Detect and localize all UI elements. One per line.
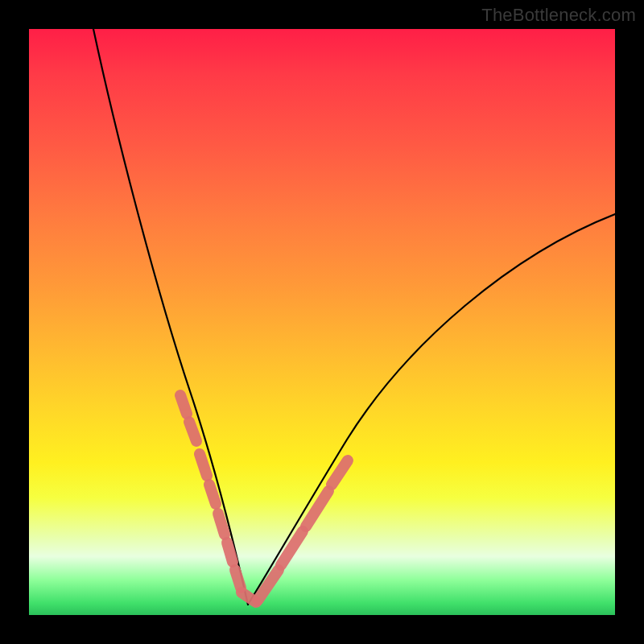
bead-r4: [332, 460, 348, 485]
bead-l2: [189, 422, 196, 441]
bead-l4: [209, 485, 216, 504]
bead-l3: [200, 454, 207, 476]
bead-l6: [227, 543, 233, 562]
bead-r2: [281, 531, 303, 565]
bead-r3: [306, 491, 328, 526]
right-curve: [248, 214, 615, 605]
bead-l7: [235, 570, 241, 588]
bead-l1: [180, 395, 187, 414]
bead-overlay: [180, 395, 348, 602]
curve-layer: [29, 29, 615, 615]
bead-l5: [218, 514, 225, 535]
chart-stage: TheBottleneck.com: [0, 0, 644, 644]
plot-area: [29, 29, 615, 615]
watermark-text: TheBottleneck.com: [481, 5, 636, 26]
